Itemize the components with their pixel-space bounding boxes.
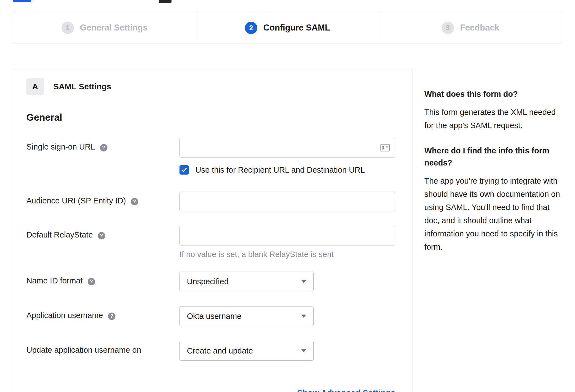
sso-url-control: [179, 138, 399, 158]
chevron-down-icon: [301, 315, 306, 318]
audience-uri-label: Audience URI (SP Entity ID): [26, 196, 126, 205]
section-a-badge: A: [26, 78, 44, 95]
name-id-format-select[interactable]: Unspecified: [179, 272, 314, 291]
application-username-label: Application username: [26, 311, 103, 320]
sso-url-label-group: Single sign-on URL ?: [26, 138, 179, 158]
advanced-settings-row: Show Advanced Settings: [26, 388, 395, 392]
chevron-down-icon: [301, 349, 306, 352]
step-configure-saml[interactable]: 2 Configure SAML: [196, 12, 379, 43]
help-icon[interactable]: ?: [98, 232, 105, 239]
application-username-select[interactable]: Okta username: [179, 306, 314, 326]
step-number-badge: 2: [245, 22, 257, 34]
wizard-stepper: 1 General Settings 2 Configure SAML 3 Fe…: [13, 12, 562, 43]
relay-state-control: If no value is set, a blank RelayState i…: [179, 226, 399, 259]
audience-uri-row: Audience URI (SP Entity ID) ?: [26, 192, 399, 211]
help-icon[interactable]: ?: [108, 313, 115, 320]
step-general-settings[interactable]: 1 General Settings: [13, 12, 196, 43]
name-id-format-label: Name ID format: [26, 276, 83, 285]
help-icon[interactable]: ?: [88, 278, 95, 285]
sso-url-row: Single sign-on URL ?: [26, 138, 399, 158]
sso-url-label: Single sign-on URL: [26, 142, 95, 151]
application-username-value: Okta username: [187, 312, 241, 321]
help-answer-1: This form generates the XML needed for t…: [424, 106, 564, 132]
relay-state-label: Default RelayState: [26, 230, 93, 239]
help-icon[interactable]: ?: [131, 198, 138, 205]
step-label: Configure SAML: [263, 23, 330, 33]
relay-state-row: Default RelayState ? If no value is set,…: [26, 226, 399, 259]
update-username-label: Update application username on: [26, 346, 141, 355]
application-username-control: Okta username: [179, 306, 399, 326]
recipient-url-checkbox[interactable]: [179, 165, 189, 175]
step-number-badge: 1: [62, 22, 74, 34]
name-id-format-control: Unspecified: [179, 272, 399, 291]
name-id-format-value: Unspecified: [187, 277, 229, 286]
relay-state-input[interactable]: [179, 226, 395, 245]
cropped-header-fragment-dark: [159, 0, 172, 3]
relay-state-label-group: Default RelayState ?: [26, 226, 179, 259]
help-icon[interactable]: ?: [100, 144, 107, 151]
help-answer-2: The app you're trying to integrate with …: [424, 174, 564, 253]
saml-settings-card: A SAML Settings General Single sign-on U…: [13, 69, 413, 392]
help-panel: What does this form do? This form genera…: [424, 88, 564, 266]
update-username-control: Create and update: [179, 341, 399, 361]
general-section-title: General: [26, 112, 399, 123]
audience-uri-input[interactable]: [179, 192, 395, 211]
application-username-label-group: Application username ?: [26, 306, 179, 326]
step-label: General Settings: [80, 23, 148, 33]
audience-uri-control: [179, 192, 399, 211]
update-username-value: Create and update: [187, 346, 253, 355]
card-header: A SAML Settings: [26, 78, 399, 95]
sso-url-input[interactable]: [179, 138, 395, 158]
relay-state-hint: If no value is set, a blank RelayState i…: [179, 250, 399, 259]
help-question-1: What does this form do?: [424, 88, 564, 100]
show-advanced-settings-link[interactable]: Show Advanced Settings: [297, 388, 395, 392]
step-label: Feedback: [460, 23, 499, 33]
name-id-format-label-group: Name ID format ?: [26, 272, 179, 291]
help-question-2: Where do I find the info this form needs…: [424, 145, 564, 169]
update-username-row: Update application username on Create an…: [26, 341, 399, 361]
update-username-select[interactable]: Create and update: [179, 341, 314, 361]
recipient-url-checkbox-label[interactable]: Use this for Recipient URL and Destinati…: [195, 165, 365, 175]
chevron-down-icon: [301, 280, 306, 283]
step-number-badge: 3: [442, 22, 454, 34]
update-username-label-group: Update application username on: [26, 341, 179, 361]
application-username-row: Application username ? Okta username: [26, 306, 399, 326]
contact-card-icon[interactable]: [380, 144, 390, 153]
card-title: SAML Settings: [53, 82, 111, 91]
audience-uri-label-group: Audience URI (SP Entity ID) ?: [26, 192, 179, 211]
recipient-url-checkbox-row: Use this for Recipient URL and Destinati…: [179, 165, 399, 175]
name-id-format-row: Name ID format ? Unspecified: [26, 272, 399, 291]
step-feedback[interactable]: 3 Feedback: [379, 12, 562, 43]
cropped-header-fragment-blue: [13, 0, 31, 2]
